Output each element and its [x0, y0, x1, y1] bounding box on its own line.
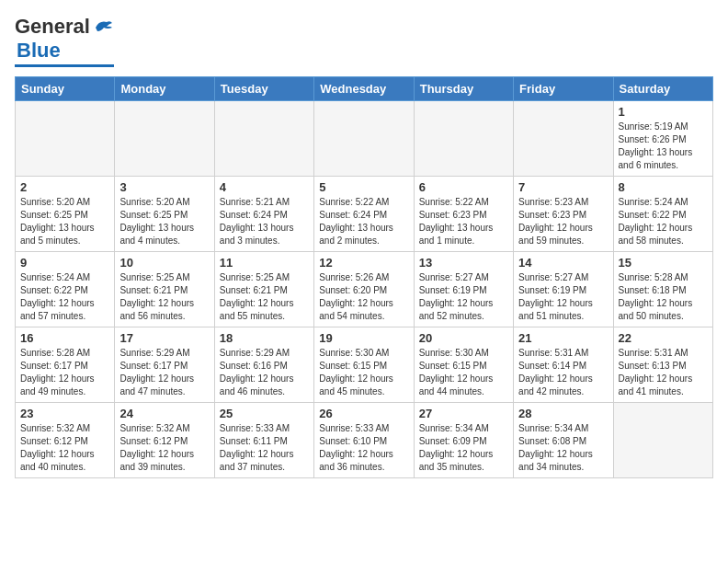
calendar-header-monday: Monday: [115, 77, 214, 101]
calendar-week-row: 16Sunrise: 5:28 AM Sunset: 6:17 PM Dayli…: [16, 327, 713, 403]
page-header: General Blue: [15, 15, 713, 67]
day-info: Sunrise: 5:20 AM Sunset: 6:25 PM Dayligh…: [20, 196, 109, 247]
logo: General Blue: [15, 15, 114, 67]
day-number: 20: [419, 331, 508, 345]
day-info: Sunrise: 5:22 AM Sunset: 6:23 PM Dayligh…: [419, 196, 508, 247]
calendar-table: SundayMondayTuesdayWednesdayThursdayFrid…: [15, 76, 713, 478]
day-number: 8: [619, 180, 708, 194]
day-info: Sunrise: 5:25 AM Sunset: 6:21 PM Dayligh…: [220, 271, 309, 323]
calendar-cell: 6Sunrise: 5:22 AM Sunset: 6:23 PM Daylig…: [414, 177, 513, 252]
calendar-cell: 25Sunrise: 5:33 AM Sunset: 6:11 PM Dayli…: [214, 403, 313, 478]
calendar-cell: 17Sunrise: 5:29 AM Sunset: 6:17 PM Dayli…: [115, 327, 214, 403]
calendar-cell: 23Sunrise: 5:32 AM Sunset: 6:12 PM Dayli…: [16, 403, 115, 478]
day-info: Sunrise: 5:33 AM Sunset: 6:10 PM Dayligh…: [319, 422, 408, 474]
day-info: Sunrise: 5:26 AM Sunset: 6:20 PM Dayligh…: [319, 271, 408, 323]
day-info: Sunrise: 5:24 AM Sunset: 6:22 PM Dayligh…: [20, 271, 109, 323]
logo-bird-icon: [94, 18, 114, 35]
day-number: 25: [220, 407, 309, 420]
day-number: 16: [20, 331, 109, 345]
day-info: Sunrise: 5:31 AM Sunset: 6:13 PM Dayligh…: [619, 347, 708, 398]
day-number: 23: [20, 407, 109, 420]
calendar-header-sunday: Sunday: [16, 77, 115, 101]
day-number: 22: [619, 331, 708, 345]
day-info: Sunrise: 5:28 AM Sunset: 6:18 PM Dayligh…: [619, 271, 708, 323]
calendar-cell: 4Sunrise: 5:21 AM Sunset: 6:24 PM Daylig…: [214, 177, 313, 252]
calendar-header-thursday: Thursday: [414, 77, 513, 101]
day-info: Sunrise: 5:20 AM Sunset: 6:25 PM Dayligh…: [119, 196, 209, 247]
calendar-cell: 19Sunrise: 5:30 AM Sunset: 6:15 PM Dayli…: [314, 327, 414, 403]
calendar-week-row: 1Sunrise: 5:19 AM Sunset: 6:26 PM Daylig…: [16, 101, 713, 177]
day-info: Sunrise: 5:23 AM Sunset: 6:23 PM Dayligh…: [518, 196, 608, 247]
calendar-cell: 10Sunrise: 5:25 AM Sunset: 6:21 PM Dayli…: [115, 252, 214, 327]
day-number: 6: [419, 180, 508, 194]
day-number: 3: [119, 180, 209, 194]
day-number: 19: [319, 331, 408, 345]
day-number: 17: [119, 331, 209, 345]
day-info: Sunrise: 5:30 AM Sunset: 6:15 PM Dayligh…: [319, 347, 408, 398]
calendar-cell: 9Sunrise: 5:24 AM Sunset: 6:22 PM Daylig…: [16, 252, 115, 327]
calendar-cell: 7Sunrise: 5:23 AM Sunset: 6:23 PM Daylig…: [514, 177, 613, 252]
calendar-week-row: 23Sunrise: 5:32 AM Sunset: 6:12 PM Dayli…: [16, 403, 713, 478]
calendar-week-row: 2Sunrise: 5:20 AM Sunset: 6:25 PM Daylig…: [16, 177, 713, 252]
day-info: Sunrise: 5:34 AM Sunset: 6:08 PM Dayligh…: [518, 422, 608, 474]
calendar-cell: 12Sunrise: 5:26 AM Sunset: 6:20 PM Dayli…: [314, 252, 414, 327]
day-number: 1: [619, 105, 708, 119]
day-info: Sunrise: 5:29 AM Sunset: 6:17 PM Dayligh…: [119, 347, 209, 398]
day-number: 7: [518, 180, 608, 194]
day-info: Sunrise: 5:28 AM Sunset: 6:17 PM Dayligh…: [20, 347, 109, 398]
calendar-cell: 21Sunrise: 5:31 AM Sunset: 6:14 PM Dayli…: [514, 327, 613, 403]
day-info: Sunrise: 5:34 AM Sunset: 6:09 PM Dayligh…: [419, 422, 508, 474]
calendar-cell: 3Sunrise: 5:20 AM Sunset: 6:25 PM Daylig…: [115, 177, 214, 252]
calendar-cell: 22Sunrise: 5:31 AM Sunset: 6:13 PM Dayli…: [613, 327, 712, 403]
calendar-cell: 8Sunrise: 5:24 AM Sunset: 6:22 PM Daylig…: [613, 177, 712, 252]
calendar-cell: 14Sunrise: 5:27 AM Sunset: 6:19 PM Dayli…: [514, 252, 613, 327]
day-number: 14: [518, 256, 608, 270]
calendar-cell: 11Sunrise: 5:25 AM Sunset: 6:21 PM Dayli…: [214, 252, 313, 327]
calendar-cell: 28Sunrise: 5:34 AM Sunset: 6:08 PM Dayli…: [514, 403, 613, 478]
calendar-cell: [214, 101, 313, 177]
day-number: 18: [220, 331, 309, 345]
day-info: Sunrise: 5:24 AM Sunset: 6:22 PM Dayligh…: [619, 196, 708, 247]
day-info: Sunrise: 5:21 AM Sunset: 6:24 PM Dayligh…: [220, 196, 309, 247]
day-number: 13: [419, 256, 508, 270]
calendar-cell: 18Sunrise: 5:29 AM Sunset: 6:16 PM Dayli…: [214, 327, 313, 403]
day-info: Sunrise: 5:33 AM Sunset: 6:11 PM Dayligh…: [220, 422, 309, 474]
calendar-header-wednesday: Wednesday: [314, 77, 414, 101]
logo-general-text: General: [15, 15, 90, 39]
day-info: Sunrise: 5:32 AM Sunset: 6:12 PM Dayligh…: [119, 422, 209, 474]
logo-underline: [15, 64, 114, 67]
calendar-cell: 26Sunrise: 5:33 AM Sunset: 6:10 PM Dayli…: [314, 403, 414, 478]
day-info: Sunrise: 5:32 AM Sunset: 6:12 PM Dayligh…: [20, 422, 109, 474]
day-number: 27: [419, 407, 508, 420]
calendar-cell: [414, 101, 513, 177]
calendar-cell: 5Sunrise: 5:22 AM Sunset: 6:24 PM Daylig…: [314, 177, 414, 252]
calendar-header-tuesday: Tuesday: [214, 77, 313, 101]
calendar-cell: 27Sunrise: 5:34 AM Sunset: 6:09 PM Dayli…: [414, 403, 513, 478]
day-number: 24: [119, 407, 209, 420]
day-info: Sunrise: 5:19 AM Sunset: 6:26 PM Dayligh…: [619, 121, 708, 172]
day-info: Sunrise: 5:27 AM Sunset: 6:19 PM Dayligh…: [518, 271, 608, 323]
calendar-cell: [16, 101, 115, 177]
day-number: 15: [619, 256, 708, 270]
calendar-header-saturday: Saturday: [613, 77, 712, 101]
calendar-header-row: SundayMondayTuesdayWednesdayThursdayFrid…: [16, 77, 713, 101]
day-number: 5: [319, 180, 408, 194]
day-info: Sunrise: 5:25 AM Sunset: 6:21 PM Dayligh…: [119, 271, 209, 323]
calendar-cell: 13Sunrise: 5:27 AM Sunset: 6:19 PM Dayli…: [414, 252, 513, 327]
day-info: Sunrise: 5:31 AM Sunset: 6:14 PM Dayligh…: [518, 347, 608, 398]
calendar-cell: [115, 101, 214, 177]
day-number: 9: [20, 256, 109, 270]
calendar-cell: 1Sunrise: 5:19 AM Sunset: 6:26 PM Daylig…: [613, 101, 712, 177]
logo-blue-text: Blue: [17, 39, 61, 63]
calendar-cell: [314, 101, 414, 177]
calendar-cell: 16Sunrise: 5:28 AM Sunset: 6:17 PM Dayli…: [16, 327, 115, 403]
calendar-header-friday: Friday: [514, 77, 613, 101]
day-number: 4: [220, 180, 309, 194]
calendar-cell: 20Sunrise: 5:30 AM Sunset: 6:15 PM Dayli…: [414, 327, 513, 403]
calendar-cell: 24Sunrise: 5:32 AM Sunset: 6:12 PM Dayli…: [115, 403, 214, 478]
day-number: 12: [319, 256, 408, 270]
day-info: Sunrise: 5:22 AM Sunset: 6:24 PM Dayligh…: [319, 196, 408, 247]
day-number: 28: [518, 407, 608, 420]
day-number: 26: [319, 407, 408, 420]
day-number: 21: [518, 331, 608, 345]
